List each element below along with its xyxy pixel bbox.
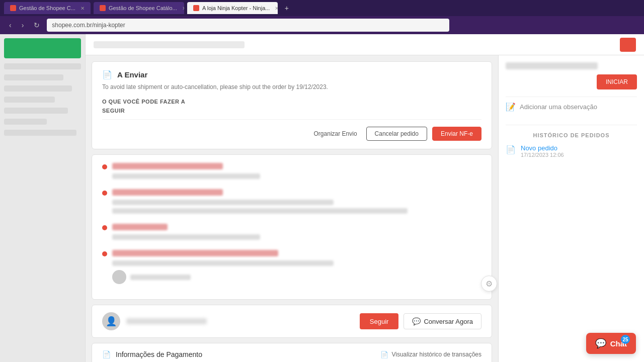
blur-line-4b	[130, 275, 191, 280]
info-dot-1	[102, 164, 107, 169]
right-action-button[interactable]: INICIAR	[597, 74, 637, 89]
browser-tab-2[interactable]: Gestão de Shopee Catálo... ✕	[94, 2, 184, 14]
organizar-envio-button[interactable]: Organizar Envio	[310, 128, 361, 139]
chat-button-icon: 💬	[595, 338, 606, 349]
enviar-nfe-button[interactable]: Enviar NF-e	[432, 127, 481, 141]
info-content-1	[112, 163, 481, 182]
seller-name-blur	[126, 318, 207, 324]
seller-actions: Seguir 💬 Conversar Agora	[360, 313, 481, 329]
observation-label: Adicionar uma observação	[520, 103, 597, 111]
action-row: Organizar Envio Cancelar pedido Enviar N…	[102, 119, 481, 141]
page-wrapper: 📄 A Enviar To avoid late shipment or aut…	[0, 34, 644, 362]
info-dot-3	[102, 225, 107, 230]
blur-line-2b	[112, 208, 408, 214]
right-panel: INICIAR 📝 Adicionar uma observação HISTÓ…	[498, 55, 644, 362]
tab-label-3: A loja Ninja Kopter - Ninja...	[202, 5, 270, 11]
chat-badge: 25	[621, 335, 630, 344]
conversar-agora-button[interactable]: 💬 Conversar Agora	[404, 313, 481, 329]
browser-bar: Gestão de Shopee C... ✕ Gestão de Shopee…	[0, 0, 644, 16]
blurred-info-section	[92, 154, 492, 300]
a-enviar-header: 📄 A Enviar	[102, 70, 481, 79]
chat-btn-inner: 💬 Chat 25	[595, 338, 627, 349]
url-input[interactable]	[47, 19, 449, 32]
seller-section: 👤 Seguir 💬 Conversar Agora	[92, 305, 492, 338]
blur-line-1a	[112, 173, 260, 179]
tab-favicon-2	[100, 5, 106, 11]
avatar-icon: 👤	[106, 316, 117, 327]
tab-favicon-1	[10, 5, 16, 11]
info-row-2	[102, 189, 481, 217]
info-row-3	[102, 224, 481, 243]
sidebar-placeholder-2	[4, 74, 63, 80]
transacoes-icon: 📄	[380, 351, 388, 358]
browser-tab-3[interactable]: A loja Ninja Kopter - Ninja... ✕	[187, 2, 278, 14]
seguir-button[interactable]: Seguir	[360, 313, 399, 329]
center-panel: 📄 A Enviar To avoid late shipment or aut…	[86, 55, 498, 362]
history-content-1: Novo pedido 17/12/2023 12:06	[521, 144, 564, 158]
info-content-3	[112, 224, 481, 243]
chat-button[interactable]: 💬 Chat 25	[586, 333, 636, 354]
tab-label-2: Gestão de Shopee Catálo...	[109, 5, 177, 11]
sidebar-placeholder-1	[4, 63, 81, 69]
tab-close-1[interactable]: ✕	[80, 6, 85, 11]
seller-avatar: 👤	[102, 312, 120, 330]
history-date-1: 17/12/2023 12:06	[521, 152, 564, 158]
gear-icon-float[interactable]: ⚙	[481, 276, 497, 292]
blur-line-4a	[112, 260, 334, 266]
historico-title: HISTÓRICO DE PEDIDOS	[506, 125, 637, 138]
conversar-label: Conversar Agora	[424, 318, 473, 325]
info-content-2	[112, 189, 481, 217]
payment-section: 📄 Informações de Pagamento 📄 Visualizar …	[92, 343, 492, 362]
browser-tab-1[interactable]: Gestão de Shopee C... ✕	[4, 2, 91, 14]
a-enviar-subtitle: To avoid late shipment or auto-cancellat…	[102, 83, 481, 90]
sidebar-placeholder-7	[4, 130, 76, 136]
a-enviar-title: A Enviar	[117, 70, 147, 79]
gear-icon: ⚙	[486, 279, 493, 289]
observation-icon: 📝	[506, 102, 516, 112]
transacoes-label: Visualizar histórico de transações	[391, 351, 481, 358]
tab-favicon-3	[193, 5, 199, 11]
info-row-1	[102, 163, 481, 182]
main-content: 📄 A Enviar To avoid late shipment or aut…	[86, 34, 644, 362]
tab-close-2[interactable]: ✕	[182, 6, 184, 11]
top-bar	[86, 34, 644, 55]
sidebar-placeholder-6	[4, 119, 47, 125]
info-dot-2	[102, 191, 107, 196]
cancelar-pedido-button[interactable]: Cancelar pedido	[366, 127, 427, 141]
back-button[interactable]: ‹	[6, 20, 15, 30]
observation-row[interactable]: 📝 Adicionar uma observação	[506, 97, 637, 117]
payment-icon: 📄	[102, 350, 111, 358]
tab-close-3[interactable]: ✕	[275, 6, 277, 11]
right-panel-header-blur	[506, 62, 598, 69]
sidebar-logo	[4, 38, 81, 58]
historico-transacoes-link[interactable]: 📄 Visualizar histórico de transações	[380, 351, 481, 358]
info-row-4	[102, 250, 481, 284]
payment-title-label: Informações de Pagamento	[116, 350, 202, 358]
history-title-1[interactable]: Novo pedido	[521, 144, 564, 152]
what-to-do-text: O QUE VOCÊ PODE FAZER A SEGUIR	[102, 98, 481, 115]
blur-line-3a	[112, 234, 260, 240]
history-icon-1: 📄	[506, 145, 516, 154]
a-enviar-section: 📄 A Enviar To avoid late shipment or aut…	[92, 61, 492, 149]
info-content-4	[112, 250, 481, 284]
top-bar-action-button[interactable]	[620, 38, 636, 52]
blur-label-4	[112, 250, 278, 256]
url-bar: ‹ › ↻	[0, 16, 644, 34]
payment-title: 📄 Informações de Pagamento	[102, 350, 202, 358]
content-area: 📄 A Enviar To avoid late shipment or aut…	[86, 55, 644, 362]
tab-label-1: Gestão de Shopee C...	[19, 5, 75, 11]
info-dot-4	[102, 251, 107, 256]
conversar-chat-icon: 💬	[412, 317, 421, 325]
new-tab-button[interactable]: +	[281, 2, 293, 14]
left-sidebar	[0, 34, 86, 362]
sidebar-placeholder-3	[4, 85, 72, 92]
refresh-button[interactable]: ↻	[31, 20, 43, 30]
sidebar-placeholder-4	[4, 97, 55, 103]
history-item-1: 📄 Novo pedido 17/12/2023 12:06	[506, 144, 637, 158]
forward-button[interactable]: ›	[19, 20, 27, 30]
a-enviar-icon: 📄	[102, 70, 112, 79]
blur-label-2	[112, 189, 223, 196]
blur-line-2a	[112, 200, 334, 205]
avatar-small	[112, 270, 126, 284]
blur-label-3	[112, 224, 168, 230]
